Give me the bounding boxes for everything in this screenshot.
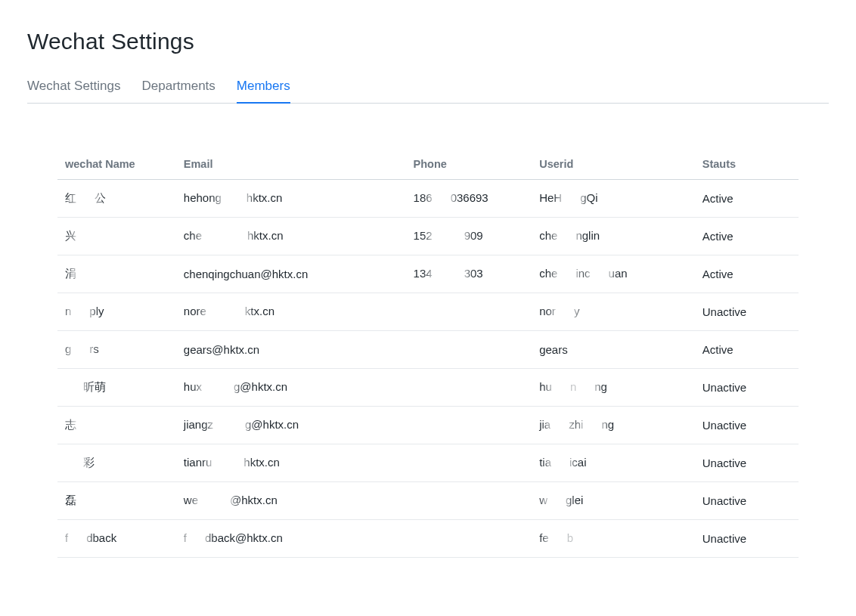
cell-name-text: grs — [65, 342, 99, 357]
cell-status: Active — [695, 331, 799, 369]
cell-status: Unactive — [695, 520, 799, 558]
cell-email: jiangzg@hktx.cn — [176, 407, 406, 444]
cell-userid-text: jiazhing — [539, 418, 614, 432]
cell-status-text: Unactive — [702, 381, 746, 394]
cell-name: nply — [57, 293, 176, 331]
table-row[interactable]: 昕萌huxg@hktx.cnhunngUnactive — [57, 369, 799, 407]
cell-name-text: 兴 — [65, 229, 95, 243]
cell-email: norektx.cn — [176, 293, 406, 331]
table-row[interactable]: fdbackfdback@hktx.cnfebUnactive — [57, 520, 799, 558]
cell-status-text: Active — [702, 343, 733, 356]
cell-userid-text: nory — [539, 305, 579, 319]
cell-userid: tiaicai — [532, 444, 695, 482]
tab-wechat-settings[interactable]: Wechat Settings — [27, 76, 120, 103]
cell-status-text: Unactive — [702, 494, 746, 507]
cell-email-text: we@hktx.cn — [184, 494, 278, 508]
cell-email-text: fdback@hktx.cn — [184, 531, 283, 546]
cell-name-text: 昕萌 — [65, 380, 106, 395]
cell-email: huxg@hktx.cn — [176, 369, 406, 407]
cell-userid-text: chenglin — [539, 229, 600, 243]
col-header-userid: Userid — [532, 149, 695, 180]
cell-userid: hunng — [532, 369, 695, 407]
tab-members[interactable]: Members — [237, 76, 290, 103]
cell-phone — [406, 444, 532, 482]
tab-departments[interactable]: Departments — [141, 76, 215, 103]
table-row[interactable]: 涓chenqingchuan@hktx.cn134303cheincuanAct… — [57, 255, 799, 293]
table-row[interactable]: 志jiangzg@hktx.cnjiazhingUnactive — [57, 407, 799, 444]
cell-name-text: 磊 — [65, 494, 76, 508]
cell-userid: feb — [532, 520, 695, 558]
table-row[interactable]: 磊we@hktx.cnwgleiUnactive — [57, 482, 799, 520]
cell-userid: gears — [532, 331, 695, 369]
cell-status-text: Unactive — [702, 457, 746, 469]
cell-userid-text: HeHgQi — [539, 191, 597, 206]
table-row[interactable]: nplynorektx.cnnoryUnactive — [57, 293, 799, 331]
cell-name-text: 彩 — [65, 456, 95, 470]
page: Wechat Settings Wechat Settings Departme… — [0, 0, 856, 573]
table-header-row: wechat Name Email Phone Userid Stauts — [57, 149, 799, 180]
cell-status: Unactive — [695, 444, 799, 482]
table-row[interactable]: 红公hehonghktx.cn186036693HeHgQiActive — [57, 180, 799, 218]
cell-userid: nory — [532, 293, 695, 331]
cell-email: chenqingchuan@hktx.cn — [176, 255, 406, 293]
cell-phone — [406, 482, 532, 520]
cell-email: we@hktx.cn — [176, 482, 406, 520]
cell-status: Unactive — [695, 369, 799, 407]
cell-phone — [406, 293, 532, 331]
cell-userid-text: feb — [539, 531, 598, 546]
cell-status: Active — [695, 255, 799, 293]
cell-email: gears@hktx.cn — [176, 331, 406, 369]
cell-email: tianruhktx.cn — [176, 444, 406, 482]
cell-email-text: hehonghktx.cn — [184, 191, 283, 206]
cell-userid-text: tiaicai — [539, 456, 586, 470]
cell-userid: cheincuan — [532, 255, 695, 293]
cell-status-text: Unactive — [702, 419, 746, 432]
cell-email-text: tianruhktx.cn — [184, 456, 280, 470]
cell-status-text: Unactive — [702, 305, 746, 318]
cell-name-text: 志 — [65, 418, 95, 432]
cell-name-text: nply — [65, 305, 104, 319]
cell-name-text: fdback — [65, 531, 116, 546]
cell-name: 兴 — [57, 218, 176, 255]
cell-email: fdback@hktx.cn — [176, 520, 406, 558]
col-header-name: wechat Name — [57, 149, 176, 180]
table-row[interactable]: grsgears@hktx.cngearsActive — [57, 331, 799, 369]
cell-userid: chenglin — [532, 218, 695, 255]
cell-name: 涓 — [57, 255, 176, 293]
cell-phone-text: 152909 — [414, 229, 483, 243]
cell-userid-text: gears — [539, 343, 568, 356]
cell-phone: 186036693 — [406, 180, 532, 218]
cell-status: Unactive — [695, 407, 799, 444]
cell-status: Active — [695, 180, 799, 218]
cell-status: Unactive — [695, 482, 799, 520]
cell-name: 红公 — [57, 180, 176, 218]
members-table-wrap: wechat Name Email Phone Userid Stauts 红公… — [27, 149, 829, 558]
cell-email: hehonghktx.cn — [176, 180, 406, 218]
cell-userid-text: wglei — [539, 494, 583, 508]
cell-email-text: gears@hktx.cn — [184, 343, 259, 356]
cell-name: grs — [57, 331, 176, 369]
col-header-phone: Phone — [406, 149, 532, 180]
cell-userid: jiazhing — [532, 407, 695, 444]
cell-phone: 134303 — [406, 255, 532, 293]
cell-name: 昕萌 — [57, 369, 176, 407]
cell-email-text: chenqingchuan@hktx.cn — [184, 268, 309, 280]
cell-name-text: 红公 — [65, 191, 106, 206]
cell-email-text: jiangzg@hktx.cn — [184, 418, 299, 432]
cell-userid-text: cheincuan — [539, 267, 627, 281]
table-row[interactable]: 彩tianruhktx.cntiaicaiUnactive — [57, 444, 799, 482]
cell-email-text: norektx.cn — [184, 305, 274, 319]
cell-status-text: Active — [702, 192, 733, 205]
cell-email-text: huxg@hktx.cn — [184, 380, 287, 395]
cell-email-text: chehktx.cn — [184, 229, 284, 243]
cell-name: 彩 — [57, 444, 176, 482]
cell-status: Active — [695, 218, 799, 255]
cell-name: fdback — [57, 520, 176, 558]
page-title: Wechat Settings — [27, 29, 829, 54]
table-row[interactable]: 兴chehktx.cn152909chenglinActive — [57, 218, 799, 255]
cell-email: chehktx.cn — [176, 218, 406, 255]
cell-phone — [406, 407, 532, 444]
tabs: Wechat Settings Departments Members — [27, 76, 829, 104]
cell-status-text: Active — [702, 230, 733, 243]
cell-phone-text: 134303 — [414, 267, 483, 281]
